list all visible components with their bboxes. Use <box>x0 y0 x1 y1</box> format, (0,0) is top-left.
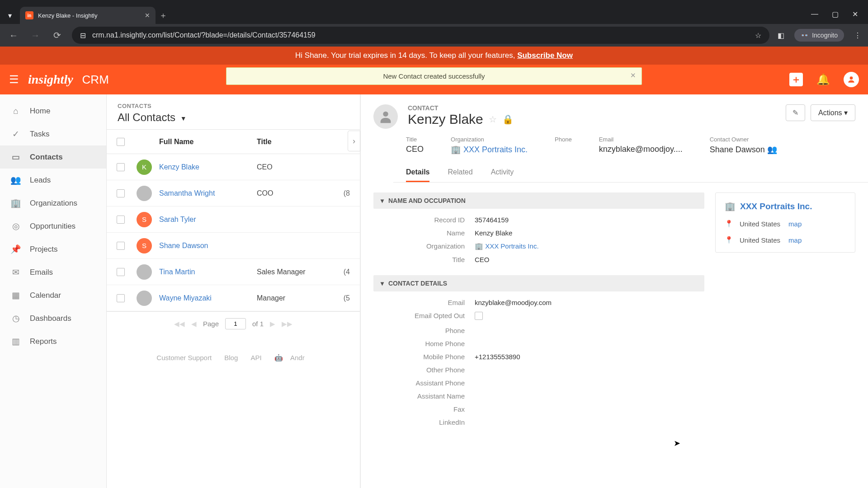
menu-icon[interactable]: ⋮ <box>854 31 861 40</box>
table-row[interactable]: KKenzy BlakeCEO <box>107 154 360 180</box>
tab-details[interactable]: Details <box>406 164 429 182</box>
page-first-icon[interactable]: ◀◀ <box>174 320 185 328</box>
page-input[interactable] <box>225 318 246 329</box>
sidebar-item-dashboards[interactable]: ◷Dashboards <box>0 307 106 330</box>
org-side-card: 🏢XXX Portraits Inc. 📍United Statesmap 📍U… <box>715 192 855 253</box>
add-button[interactable]: ＋ <box>789 73 803 86</box>
address-bar[interactable]: ⊟ crm.na1.insightly.com/list/Contact/?bl… <box>72 27 769 44</box>
toast-message: New Contact created successfully ✕ <box>226 67 642 85</box>
close-window-icon[interactable]: ✕ <box>852 10 858 19</box>
people-icon: 👥 <box>767 145 777 154</box>
sidebar-item-projects[interactable]: 📌Projects <box>0 238 106 261</box>
chevron-down-icon: ▼ <box>180 115 187 122</box>
org-link[interactable]: XXX Portraits Inc. <box>463 145 528 155</box>
map-link[interactable]: map <box>788 236 802 244</box>
svg-point-0 <box>850 76 853 80</box>
sidebar-item-reports[interactable]: ▥Reports <box>0 330 106 353</box>
brand-logo[interactable]: insightly <box>28 72 73 87</box>
table-row[interactable]: Wayne MiyazakiManager (5 <box>107 285 360 311</box>
org-link[interactable]: XXX Portraits Inc. <box>485 242 538 250</box>
subscribe-link[interactable]: Subscribe Now <box>517 51 573 60</box>
summary-row: TitleCEO Organization🏢XXX Portraits Inc.… <box>361 129 868 164</box>
list-view-dropdown[interactable]: All Contacts ▼ <box>118 111 349 124</box>
row-checkbox[interactable] <box>117 242 125 250</box>
table-row[interactable]: SSarah Tyler <box>107 206 360 233</box>
expand-panel-icon[interactable]: › <box>348 131 360 151</box>
table-row[interactable]: SShane Dawson <box>107 233 360 259</box>
contact-link[interactable]: Samantha Wright <box>159 189 257 197</box>
brand-sub: CRM <box>82 73 109 87</box>
footer-blog[interactable]: Blog <box>224 354 238 361</box>
col-header-title[interactable]: Title <box>257 138 350 146</box>
footer-api[interactable]: API <box>250 354 261 361</box>
sidebar-item-organizations[interactable]: 🏢Organizations <box>0 192 106 215</box>
back-icon[interactable]: ← <box>7 30 20 41</box>
sidebar-item-emails[interactable]: ✉Emails <box>0 261 106 284</box>
contact-link[interactable]: Shane Dawson <box>159 242 257 250</box>
contact-avatar-icon <box>137 264 152 280</box>
row-checkbox[interactable] <box>117 163 125 171</box>
section-name[interactable]: ▾NAME AND OCCUPATION <box>373 192 704 209</box>
row-checkbox[interactable] <box>117 189 125 197</box>
footer-android[interactable]: 🤖 Andr <box>274 354 310 361</box>
contact-avatar[interactable] <box>373 104 398 129</box>
bookmark-star-icon[interactable]: ☆ <box>755 31 761 40</box>
maximize-icon[interactable]: ▢ <box>832 10 839 19</box>
site-settings-icon[interactable]: ⊟ <box>80 31 86 40</box>
tab-search-dropdown[interactable]: ▾ <box>0 7 20 24</box>
sidebar: ⌂Home ✓Tasks ▭Contacts 👥Leads 🏢Organizat… <box>0 94 107 488</box>
contact-link[interactable]: Wayne Miyazaki <box>159 294 257 302</box>
star-icon[interactable]: ☆ <box>489 114 497 125</box>
email-link[interactable]: knzyblake@moodjoy.... <box>599 145 683 154</box>
sidebar-item-home[interactable]: ⌂Home <box>0 100 106 122</box>
sidebar-item-calendar[interactable]: ▦Calendar <box>0 284 106 307</box>
chevron-down-icon: ▾ <box>381 280 384 287</box>
close-icon[interactable]: ✕ <box>145 12 150 19</box>
row-checkbox[interactable] <box>117 294 125 302</box>
page-prev-icon[interactable]: ◀ <box>191 320 197 328</box>
table-row[interactable]: Tina MartinSales Manager (4 <box>107 259 360 285</box>
forward-icon: → <box>28 30 42 41</box>
tab-activity[interactable]: Activity <box>491 164 514 182</box>
toast-close-icon[interactable]: ✕ <box>630 71 636 80</box>
edit-button[interactable]: ✎ <box>786 104 805 121</box>
sidebar-item-tasks[interactable]: ✓Tasks <box>0 122 106 145</box>
owner-link[interactable]: Shane Dawson 👥 <box>710 145 777 155</box>
minimize-icon[interactable]: — <box>811 10 818 19</box>
section-contact[interactable]: ▾CONTACT DETAILS <box>373 275 704 291</box>
contact-avatar-icon: K <box>137 160 152 175</box>
new-tab-button[interactable]: ＋ <box>156 7 171 24</box>
map-link[interactable]: map <box>788 220 802 228</box>
location-icon: 📍 <box>725 236 733 244</box>
emails-icon: ✉ <box>10 267 22 277</box>
browser-tab[interactable]: in Kenzy Blake - Insightly ✕ <box>20 7 156 24</box>
tab-related[interactable]: Related <box>448 164 472 182</box>
org-card-link[interactable]: 🏢XXX Portraits Inc. <box>725 201 846 211</box>
phone-link[interactable]: +12135553890 <box>475 353 520 361</box>
page-last-icon[interactable]: ▶▶ <box>282 320 292 328</box>
page-next-icon[interactable]: ▶ <box>270 320 275 328</box>
contact-link[interactable]: Tina Martin <box>159 268 257 276</box>
select-all-checkbox[interactable] <box>117 138 125 146</box>
footer-support[interactable]: Customer Support <box>156 354 212 361</box>
panel-icon[interactable]: ◧ <box>778 31 784 40</box>
sidebar-item-leads[interactable]: 👥Leads <box>0 169 106 192</box>
opted-out-checkbox[interactable] <box>475 312 483 320</box>
lock-icon[interactable]: 🔒 <box>502 114 514 125</box>
row-checkbox[interactable] <box>117 268 125 276</box>
notifications-icon[interactable]: 🔔 <box>816 73 830 86</box>
col-header-name[interactable]: Full Name <box>159 138 257 146</box>
actions-dropdown[interactable]: Actions ▾ <box>811 104 855 121</box>
contact-link[interactable]: Kenzy Blake <box>159 163 257 171</box>
incognito-badge[interactable]: 👓 Incognito <box>794 29 844 42</box>
reload-icon[interactable]: ⟳ <box>50 30 64 41</box>
contact-link[interactable]: Sarah Tyler <box>159 216 257 224</box>
user-avatar-icon[interactable] <box>844 72 859 87</box>
email-link[interactable]: knzyblake@moodjoy.com <box>475 299 552 306</box>
row-checkbox[interactable] <box>117 216 125 224</box>
sidebar-item-contacts[interactable]: ▭Contacts <box>0 145 106 169</box>
incognito-icon: 👓 <box>801 32 808 39</box>
sidebar-item-opportunities[interactable]: ◎Opportunities <box>0 215 106 238</box>
table-row[interactable]: Samantha WrightCOO (8 <box>107 180 360 206</box>
hamburger-icon[interactable]: ☰ <box>9 73 19 86</box>
